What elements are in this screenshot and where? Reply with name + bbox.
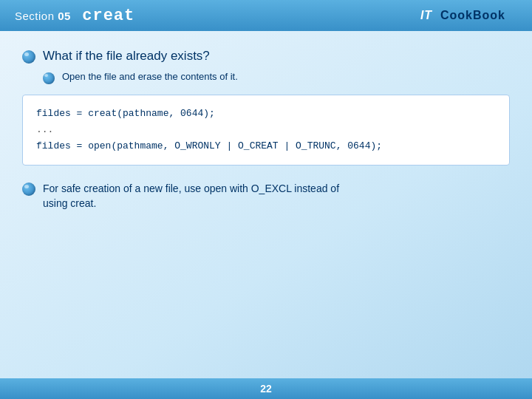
sub-bullet-text: Open the file and erase the contents of …	[62, 71, 238, 82]
logo-cookbook: CookBook	[440, 9, 505, 21]
sub-bullet-container: Open the file and erase the contents of …	[43, 71, 510, 84]
using-creat-text: using creat.	[43, 197, 510, 209]
code-line-2: ...	[36, 122, 496, 138]
main-question-item: What if the file already exists?	[22, 49, 510, 64]
section-word: Section	[15, 10, 55, 22]
main-content: What if the file already exists? Open th…	[0, 31, 532, 378]
main-bullet-icon	[22, 50, 35, 64]
code-line-3: fildes = open(pathmame, O_WRONLY | O_CRE…	[36, 138, 496, 154]
for-safe-paragraph: For safe creation of a new file, use ope…	[22, 180, 510, 197]
code-box: fildes = creat(pathname, 0644); ... fild…	[22, 95, 510, 166]
sub-bullet-icon	[43, 72, 55, 84]
section-label: Section 05 creat	[15, 7, 134, 25]
header-creat-title: creat	[82, 7, 134, 25]
logo-area: IT CookBook	[384, 9, 517, 22]
sub-bullet-item: Open the file and erase the contents of …	[43, 71, 510, 84]
code-line-1: fildes = creat(pathname, 0644);	[36, 106, 496, 122]
logo-text: IT CookBook	[420, 9, 505, 22]
for-safe-line1: For safe creation of a new file, use ope…	[43, 183, 339, 194]
page-number: 22	[260, 383, 272, 395]
main-question-text: What if the file already exists?	[43, 49, 210, 64]
logo-it: IT	[420, 9, 432, 21]
header-bar: Section 05 creat IT CookBook	[0, 0, 532, 31]
for-safe-bullet-icon	[22, 183, 35, 196]
footer: 22	[0, 378, 532, 399]
section-number: 05	[58, 10, 71, 22]
